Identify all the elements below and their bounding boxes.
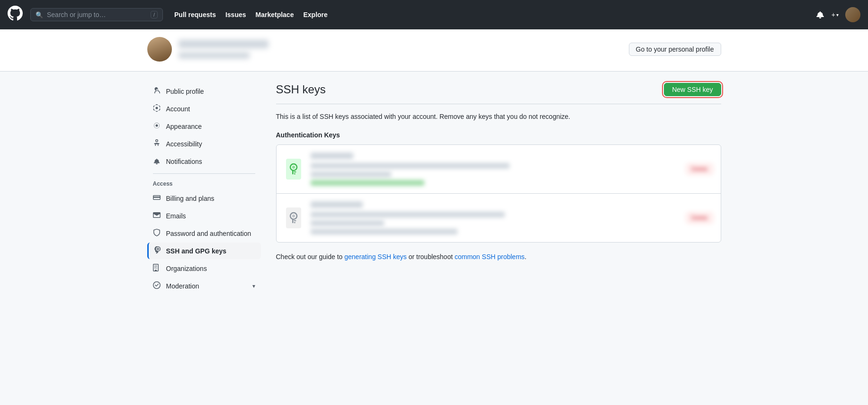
sidebar-item-label: Organizations [166,265,207,272]
svg-point-8 [292,215,295,217]
key-icon-container [284,206,303,230]
sidebar-item-billing[interactable]: Billing and plans [147,190,261,207]
delete-key-button[interactable]: Delete [686,212,713,224]
key-date-blur [311,171,391,177]
ssh-key-item: Delete [277,194,721,242]
svg-rect-0 [286,159,301,180]
profile-subname-blur [179,52,250,59]
search-placeholder-text: Search or jump to… [47,11,147,18]
key-icon [153,246,161,255]
key-extra2-blur [311,229,457,234]
sidebar: Public profile Account Appearance Access… [147,83,261,295]
marketplace-link[interactable]: Marketplace [256,11,294,18]
sidebar-item-label: Moderation [166,282,199,290]
generating-ssh-keys-link[interactable]: generating SSH keys [344,253,407,261]
common-ssh-problems-link[interactable]: common SSH problems [455,253,525,261]
org-icon [153,264,161,273]
page-body: Public profile Account Appearance Access… [136,72,733,306]
main-content: SSH keys New SSH key This is a list of S… [276,83,721,295]
topnav: 🔍 Search or jump to… / Pull requests Iss… [0,0,868,29]
ssh-keys-list: Delete [276,144,721,243]
sidebar-item-public-profile[interactable]: Public profile [147,83,261,99]
profile-area: Go to your personal profile [0,29,868,72]
sidebar-item-notifications[interactable]: Notifications [147,153,261,170]
auth-keys-heading: Authentication Keys [276,131,721,139]
sidebar-item-label: Account [166,105,190,113]
person-icon [153,87,161,96]
sidebar-item-label: Emails [166,212,186,220]
plus-icon: + [832,11,835,18]
shield-icon [153,229,161,238]
key-title-blur [311,201,363,208]
sidebar-item-emails[interactable]: Emails [147,207,261,224]
key-fingerprint-blur [311,212,505,217]
personal-profile-button[interactable]: Go to your personal profile [629,43,721,56]
sidebar-item-password[interactable]: Password and authentication [147,225,261,242]
svg-rect-9 [292,219,294,223]
sidebar-item-label: Notifications [166,158,202,165]
access-section-title: Access [147,178,261,190]
svg-point-2 [292,166,295,169]
creditcard-icon [153,194,161,203]
sidebar-item-label: Billing and plans [166,195,215,202]
explore-link[interactable]: Explore [303,11,327,18]
profile-name-block [179,40,268,59]
chevron-down-icon: ▾ [252,283,255,289]
sidebar-item-account[interactable]: Account [147,100,261,117]
new-ssh-key-button[interactable]: New SSH key [664,83,721,96]
topnav-right: + ▾ [815,7,860,22]
key-fingerprint-blur [311,163,510,169]
paintbrush-icon [153,122,161,131]
main-header: SSH keys New SSH key [276,83,721,104]
sidebar-item-label: Appearance [166,123,202,130]
sidebar-item-appearance[interactable]: Appearance [147,118,261,135]
footer-text-after: . [525,253,527,261]
profile-left [147,37,268,62]
footer-text: Check out our guide to generating SSH ke… [276,252,721,262]
email-icon [153,211,161,220]
sidebar-item-label: Accessibility [166,140,202,148]
svg-rect-5 [294,173,295,174]
notifications-icon[interactable] [815,9,825,21]
key-info [311,153,679,186]
github-logo-icon[interactable] [8,6,23,24]
sidebar-item-organizations[interactable]: Organizations [147,260,261,277]
pull-requests-link[interactable]: Pull requests [174,11,216,18]
bell-icon [153,157,161,166]
sidebar-item-accessibility[interactable]: Accessibility [147,135,261,152]
search-bar[interactable]: 🔍 Search or jump to… / [30,8,163,21]
accessibility-icon [153,139,161,148]
description-text: This is a list of SSH keys associated wi… [276,112,721,122]
footer-text-before: Check out our guide to [276,253,345,261]
user-avatar[interactable] [845,7,860,22]
moderation-icon [153,281,161,290]
chevron-down-icon: ▾ [836,12,839,18]
page-title: SSH keys [276,83,326,96]
profile-username-blur [179,40,268,48]
svg-rect-11 [294,222,295,223]
key-info [311,201,679,234]
search-icon: 🔍 [36,11,43,18]
svg-rect-3 [292,170,294,174]
gear-icon [153,104,161,113]
issues-link[interactable]: Issues [225,11,246,18]
sidebar-item-label: Public profile [166,88,204,95]
key-extra-blur [311,180,424,186]
sidebar-divider [153,173,255,174]
profile-area-inner: Go to your personal profile [136,29,733,71]
sidebar-item-label: Password and authentication [166,230,251,237]
sidebar-item-moderation-expandable[interactable]: Moderation ▾ [147,278,261,294]
svg-rect-6 [286,207,301,228]
svg-rect-10 [294,220,296,221]
ssh-key-item: Delete [277,145,721,194]
key-icon-container [284,157,303,181]
moderation-left: Moderation [153,281,199,290]
search-kbd: / [151,11,158,18]
delete-key-button[interactable]: Delete [686,163,713,175]
svg-rect-4 [294,171,296,172]
avatar [147,37,172,62]
footer-text-mid: or troubleshoot [407,253,455,261]
sidebar-item-ssh-gpg[interactable]: SSH and GPG keys [147,243,261,259]
plus-menu[interactable]: + ▾ [832,11,839,18]
topnav-links: Pull requests Issues Marketplace Explore [174,11,328,18]
